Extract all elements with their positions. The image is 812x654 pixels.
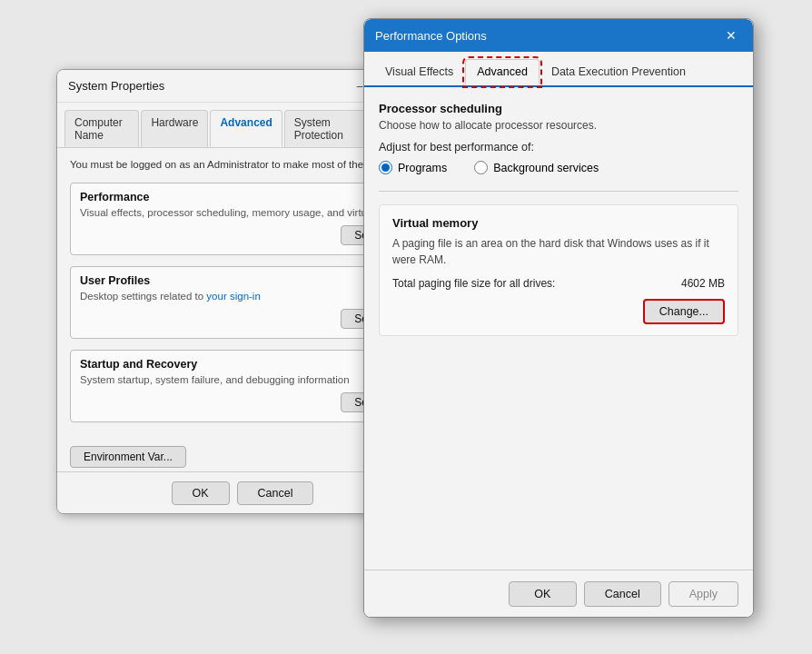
tab-hardware[interactable]: Hardware — [141, 110, 208, 147]
perf-footer: OK Cancel Apply — [364, 570, 753, 617]
perf-ok-button[interactable]: OK — [509, 581, 577, 607]
tab-advanced-perf[interactable]: Advanced — [465, 59, 540, 85]
tab-visual-effects[interactable]: Visual Effects — [373, 59, 465, 85]
performance-section-title: Performance — [80, 191, 405, 203]
perf-apply-button[interactable]: Apply — [668, 581, 738, 607]
perf-titlebar: Performance Options ✕ — [364, 19, 753, 52]
tab-data-execution-prevention[interactable]: Data Execution Prevention — [540, 59, 698, 85]
background-services-radio[interactable] — [474, 161, 488, 174]
processor-radio-group: Programs Background services — [379, 161, 738, 174]
sp-cancel-button[interactable]: Cancel — [237, 481, 314, 505]
tab-advanced[interactable]: Advanced — [210, 110, 282, 147]
perf-cancel-button[interactable]: Cancel — [584, 581, 661, 607]
perf-tab-bar: Visual Effects Advanced Data Execution P… — [364, 52, 753, 87]
vm-info-row: Total paging file size for all drives: 4… — [392, 277, 725, 290]
vm-change-button[interactable]: Change... — [643, 299, 725, 324]
processor-scheduling-desc: Choose how to allocate processor resourc… — [379, 119, 738, 132]
environment-variables-button[interactable]: Environment Var... — [70, 446, 186, 468]
vm-total-label: Total paging file size for all drives: — [392, 277, 555, 290]
background-services-radio-text: Background services — [493, 162, 599, 174]
startup-recovery-desc: System startup, system failure, and debu… — [80, 374, 405, 385]
user-profiles-link[interactable]: your sign-in — [206, 291, 260, 302]
system-properties-title: System Properties — [68, 79, 350, 93]
virtual-memory-title: Virtual memory — [392, 216, 725, 230]
perf-close-button[interactable]: ✕ — [720, 25, 742, 46]
section-divider — [379, 191, 738, 192]
tab-computer-name[interactable]: Computer Name — [64, 110, 139, 147]
processor-scheduling-title: Processor scheduling — [379, 102, 738, 115]
background-services-radio-label[interactable]: Background services — [474, 161, 599, 174]
user-profiles-section-title: User Profiles — [80, 274, 405, 287]
virtual-memory-section: Virtual memory A paging file is an area … — [379, 204, 738, 336]
processor-scheduling-section: Processor scheduling Choose how to alloc… — [379, 102, 738, 174]
programs-radio-text: Programs — [398, 162, 447, 174]
sp-ok-button[interactable]: OK — [172, 481, 230, 505]
programs-radio-label[interactable]: Programs — [379, 161, 447, 174]
virtual-memory-desc: A paging file is an area on the hard dis… — [392, 235, 725, 268]
programs-radio[interactable] — [379, 161, 392, 174]
perf-content-area: Processor scheduling Choose how to alloc… — [364, 87, 753, 565]
startup-recovery-title: Startup and Recovery — [80, 358, 405, 371]
user-profiles-desc-plain: Desktop settings related to — [80, 291, 206, 302]
perf-title: Performance Options — [375, 29, 720, 43]
tab-system-protection[interactable]: System Protection — [284, 110, 365, 147]
performance-options-window: Performance Options ✕ Visual Effects Adv… — [363, 18, 754, 618]
adjust-best-perf-label: Adjust for best performance of: — [379, 141, 738, 154]
performance-section-desc: Visual effects, processor scheduling, me… — [80, 207, 405, 218]
vm-total-value: 4602 MB — [681, 277, 725, 290]
user-profiles-section-desc: Desktop settings related to your sign-in — [80, 291, 405, 302]
